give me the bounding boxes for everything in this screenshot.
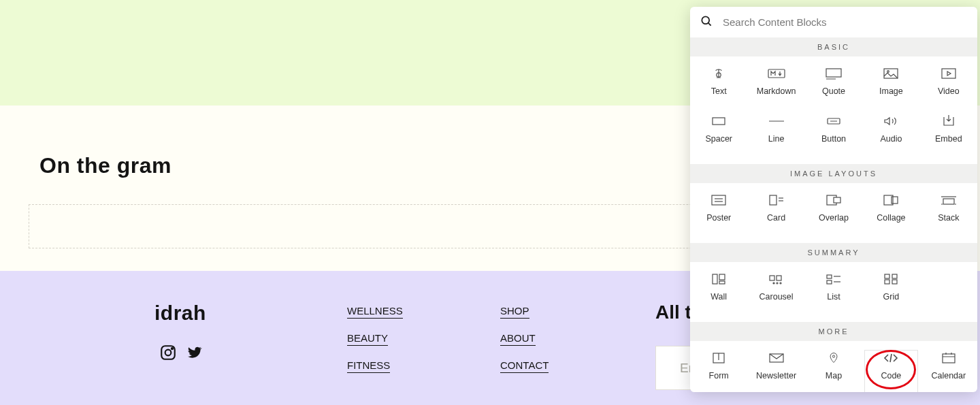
spacer-icon — [710, 115, 728, 127]
svg-rect-38 — [827, 280, 832, 284]
svg-point-34 — [773, 282, 774, 284]
code-icon — [882, 352, 900, 364]
svg-rect-49 — [943, 354, 955, 363]
footer-nav-col-2: SHOP ABOUT CONTACT — [500, 305, 549, 387]
collage-icon — [882, 194, 900, 206]
svg-point-36 — [780, 282, 781, 284]
content-blocks-panel: BASICTextMarkdownQuoteImageVideoSpacerLi… — [690, 7, 977, 392]
grid-icon — [882, 273, 900, 285]
block-embed[interactable]: Embed — [920, 111, 977, 159]
embed-icon — [940, 115, 958, 127]
line-icon — [768, 115, 785, 127]
block-spacer[interactable]: Spacer — [690, 111, 747, 159]
list-icon — [825, 273, 843, 285]
block-collage[interactable]: Collage — [862, 190, 919, 238]
block-card[interactable]: Card — [747, 190, 804, 238]
block-label: List — [827, 292, 840, 302]
block-stack[interactable]: Stack — [920, 190, 977, 238]
block-label: Spacer — [705, 134, 732, 144]
group-header: MORE — [690, 322, 977, 341]
nav-beauty[interactable]: BEAUTY — [347, 332, 388, 346]
block-wall[interactable]: Wall — [690, 269, 747, 317]
block-label: Collage — [877, 213, 905, 223]
block-grid[interactable]: Grid — [862, 269, 919, 317]
block-text[interactable]: Text — [690, 63, 747, 111]
panel-search-row — [690, 7, 977, 37]
block-grid: WallCarouselListGrid — [690, 262, 977, 322]
block-label: Button — [821, 134, 846, 144]
block-quote[interactable]: Quote — [805, 63, 862, 111]
block-map[interactable]: Map — [805, 348, 862, 392]
twitter-icon[interactable] — [185, 344, 203, 364]
block-label: Wall — [710, 292, 727, 302]
video-icon — [940, 67, 958, 80]
button-icon — [825, 115, 843, 127]
block-label: Overlap — [819, 213, 849, 223]
svg-point-48 — [832, 355, 834, 357]
brand-logo: idrah — [154, 302, 206, 325]
block-label: Embed — [935, 134, 962, 144]
svg-rect-10 — [942, 69, 956, 78]
block-label: Stack — [938, 213, 959, 223]
block-line[interactable]: Line — [747, 111, 804, 159]
block-newsletter[interactable]: Newsletter — [747, 348, 804, 392]
block-label: Poster — [706, 213, 731, 223]
block-grid: FormNewsletterMapCodeCalendar — [690, 341, 977, 392]
quote-icon — [825, 67, 843, 80]
svg-rect-37 — [827, 275, 832, 278]
block-carousel[interactable]: Carousel — [747, 269, 804, 317]
block-label: Image — [879, 86, 903, 96]
block-image[interactable]: Image — [862, 63, 919, 111]
image-icon — [882, 67, 900, 80]
block-markdown[interactable]: Markdown — [747, 63, 804, 111]
map-icon — [825, 352, 843, 364]
block-button[interactable]: Button — [805, 111, 862, 159]
svg-point-2 — [172, 348, 173, 349]
form-icon — [710, 352, 728, 364]
newsletter-icon — [768, 352, 785, 364]
block-label: Grid — [883, 292, 900, 302]
block-label: Code — [881, 371, 901, 380]
svg-point-35 — [777, 282, 778, 284]
svg-rect-43 — [885, 280, 889, 284]
search-input[interactable] — [723, 16, 968, 28]
nav-wellness[interactable]: WELLNESS — [347, 305, 403, 319]
svg-rect-44 — [892, 280, 897, 284]
nav-contact[interactable]: CONTACT — [500, 359, 549, 373]
wall-icon — [710, 273, 728, 285]
calendar-icon — [940, 352, 958, 364]
block-overlap[interactable]: Overlap — [805, 190, 862, 238]
svg-point-3 — [702, 16, 709, 24]
svg-rect-42 — [892, 274, 897, 278]
svg-rect-33 — [777, 276, 781, 280]
block-form[interactable]: Form — [690, 348, 747, 392]
block-code[interactable]: Code — [862, 348, 919, 392]
block-list[interactable]: List — [805, 269, 862, 317]
nav-about[interactable]: ABOUT — [500, 332, 536, 346]
block-video[interactable]: Video — [920, 63, 977, 111]
block-grid: PosterCardOverlapCollageStack — [690, 183, 977, 243]
svg-rect-30 — [719, 274, 725, 280]
svg-rect-31 — [719, 281, 725, 284]
footer-nav-col-1: WELLNESS BEAUTY FITNESS — [347, 305, 403, 387]
svg-rect-22 — [834, 197, 840, 203]
poster-icon — [710, 194, 728, 206]
svg-line-4 — [708, 23, 711, 26]
nav-fitness[interactable]: FITNESS — [347, 359, 390, 373]
block-label: Quote — [822, 86, 845, 96]
overlap-icon — [825, 194, 843, 206]
group-header: SUMMARY — [690, 243, 977, 262]
card-icon — [768, 194, 785, 206]
block-grid: TextMarkdownQuoteImageVideoSpacerLineBut… — [690, 56, 977, 164]
instagram-icon[interactable] — [159, 344, 177, 364]
block-label: Audio — [880, 134, 902, 144]
group-header: IMAGE LAYOUTS — [690, 164, 977, 183]
block-label: Newsletter — [756, 371, 796, 380]
svg-rect-26 — [943, 199, 954, 204]
svg-rect-18 — [770, 195, 777, 205]
block-poster[interactable]: Poster — [690, 190, 747, 238]
nav-shop[interactable]: SHOP — [500, 305, 529, 319]
block-calendar[interactable]: Calendar — [920, 348, 977, 392]
block-audio[interactable]: Audio — [862, 111, 919, 159]
svg-point-1 — [165, 350, 172, 356]
